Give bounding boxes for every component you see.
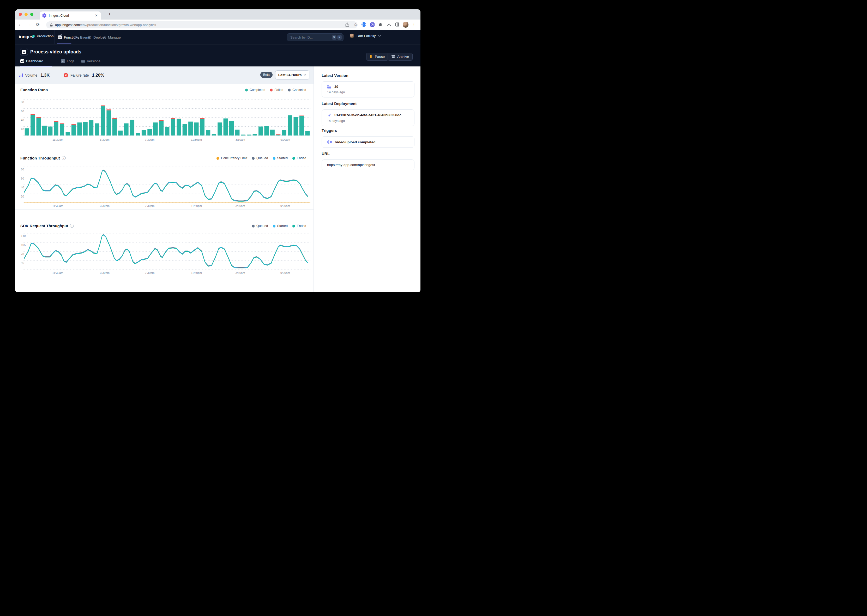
svg-text:11:30pm: 11:30pm [191,204,202,207]
svg-text:11:30pm: 11:30pm [191,138,202,141]
failure-x-icon: ✕ [64,73,68,77]
stats-bar: Volume 1.3K ✕ Failure rate 1.20% Beta La… [15,66,314,84]
function-throughput-section: Function Throughput i Concurrency Limit … [15,146,314,210]
user-name: Dan Farrelly [356,34,376,38]
versions-folder-icon [81,60,85,63]
cmd-key-icon: ⌘ [332,35,336,39]
details-panel: Latest Version 39 14 days ago Latest Dep… [314,66,421,292]
browser-tab[interactable]: Inngest Cloud ✕ [39,11,101,20]
svg-text:80: 80 [21,168,24,171]
svg-text:20: 20 [21,128,24,131]
url-title: URL [322,151,330,156]
tab-dashboard[interactable]: Dashboard [20,59,43,63]
svg-text:60: 60 [21,177,24,180]
browser-menu-icon[interactable]: ⋮ [411,22,417,27]
svg-text:11:30am: 11:30am [52,138,63,141]
archive-icon [391,55,395,59]
page-title: Process video uploads [30,49,81,55]
forward-icon[interactable]: → [26,22,32,27]
url-card: https://my-app.com/api/inngest [322,159,415,170]
side-panel-icon[interactable] [394,22,400,27]
nav-item-manage[interactable]: Manage [102,30,121,44]
user-menu[interactable]: Dan Farrelly [350,34,381,38]
user-avatar [350,34,354,38]
svg-text:3:30pm: 3:30pm [100,204,110,207]
volume-bars-icon [19,74,23,77]
window-close-button[interactable] [19,13,22,16]
latest-deployment-card[interactable]: 5141387e-35c2-4efe-a421-4843b86258dc 14 … [322,110,415,126]
pause-button[interactable]: Pause [366,53,388,61]
triggers-title: Triggers [322,128,337,133]
svg-text:3:30am: 3:30am [235,204,245,207]
svg-text:9:00am: 9:00am [281,204,290,207]
dashboard-main: Volume 1.3K ✕ Failure rate 1.20% Beta La… [15,66,314,292]
reload-icon[interactable]: ⟳ [35,22,41,27]
inngest-favicon-icon [42,13,46,18]
svg-text:3:30pm: 3:30pm [100,138,110,141]
environment-status-dot [32,35,35,37]
rocket-icon [87,35,91,39]
password-manager-extension-icon[interactable] [361,22,367,27]
latest-version-card[interactable]: 39 14 days ago [322,81,415,97]
folder-icon [327,85,331,89]
function-runs-bar-chart: 8060402011:30am3:30pm7:30pm11:30pm3:30am… [20,84,312,146]
rocket-icon [327,113,331,117]
puzzle-extensions-icon[interactable] [378,22,383,27]
tab-logs[interactable]: Logs [61,59,74,63]
url-value: https://my-app.com/api/inngest [327,163,375,167]
bookmark-star-icon[interactable]: ☆ [353,22,358,27]
svg-text:7:30pm: 7:30pm [145,204,154,207]
volume-stat: Volume 1.3K [19,66,50,84]
browser-profile-avatar[interactable] [403,22,408,27]
screen-background: Inngest Cloud ✕ + ← → ⟳ app.inngest.com/… [0,0,434,308]
app-navbar: inngest Production <> Functions [15,30,421,44]
environment-name: Production [37,34,54,38]
download-icon[interactable] [386,22,392,27]
archive-button[interactable]: Archive [388,53,413,61]
latest-version-value: 39 [334,85,338,89]
beta-badge: Beta [260,72,273,78]
wrench-icon [102,35,106,39]
event-trigger-icon [327,140,332,145]
share-icon[interactable] [344,22,350,27]
search-input[interactable]: Search by ID... ⌘ K [287,33,344,41]
function-code-icon: <> [20,48,28,56]
function-runs-section: Function Runs Completed Failed Canceled … [15,84,314,146]
lock-icon [50,23,53,27]
tab-versions[interactable]: Versions [81,59,101,63]
svg-text:11:30am: 11:30am [52,271,63,274]
browser-tabstrip: Inngest Cloud ✕ + [15,9,421,20]
function-header: <> Process video uploads Dashboard Logs [15,44,421,66]
address-bar[interactable]: app.inngest.com/env/production/functions… [46,21,358,28]
svg-text:140: 140 [21,234,25,237]
new-tab-button[interactable]: + [106,11,113,17]
trigger-card[interactable]: video/upload.completed [322,136,415,148]
tab-close-icon[interactable]: ✕ [95,14,98,17]
tab-title: Inngest Cloud [49,14,95,17]
svg-text:11:30am: 11:30am [52,204,63,207]
svg-text:11:30pm: 11:30pm [191,271,202,274]
svg-text:40: 40 [21,119,24,122]
functions-code-icon: <> [58,35,62,39]
trigger-value: video/upload.completed [335,140,375,144]
window-zoom-button[interactable] [30,13,33,16]
url-text: app.inngest.com/env/production/functions… [55,23,156,27]
svg-text:7:30pm: 7:30pm [145,138,154,141]
section-divider [15,288,314,288]
content-area: Volume 1.3K ✕ Failure rate 1.20% Beta La… [15,66,421,292]
events-icon [74,35,78,39]
time-range-select[interactable]: Last 24 Hours [275,70,309,80]
window-minimize-button[interactable] [25,13,28,16]
svg-text:9:00am: 9:00am [281,138,290,141]
logs-terminal-icon [61,59,65,63]
purple-extension-icon[interactable] [369,22,375,27]
latest-deployment-ago: 14 days ago [327,119,409,123]
latest-deployment-value: 5141387e-35c2-4efe-a421-4843b86258dc [334,113,401,117]
svg-text:3:30am: 3:30am [235,138,245,141]
svg-text:20: 20 [21,195,24,198]
svg-text:70: 70 [21,253,24,256]
latest-version-title: Latest Version [322,73,348,78]
nav-active-underline [57,44,71,44]
k-key-icon: K [337,35,342,39]
back-icon[interactable]: ← [17,22,24,27]
